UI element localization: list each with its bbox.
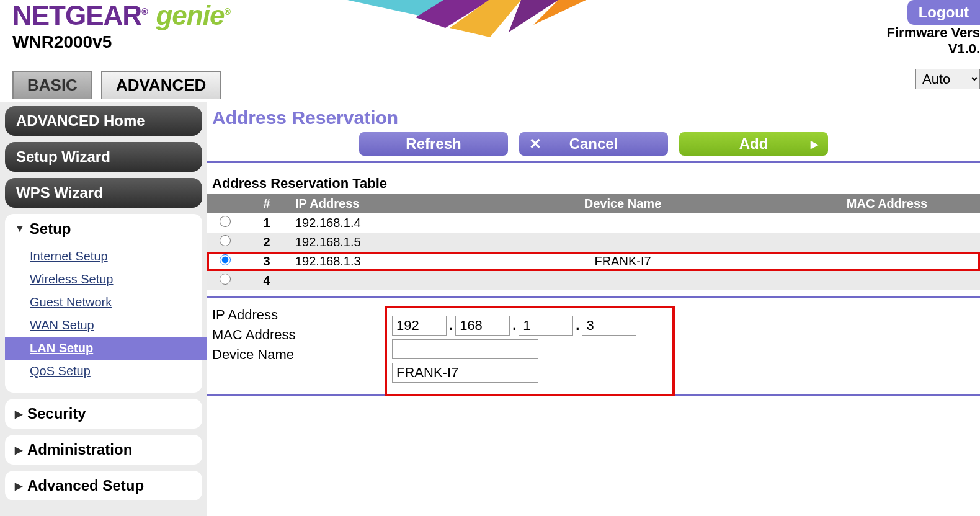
row-radio[interactable]	[220, 254, 231, 265]
sidebar-item-setup-wizard[interactable]: Setup Wizard	[5, 142, 202, 172]
sidebar-item-label: Administration	[27, 441, 132, 458]
sidebar-item-wireless-setup[interactable]: Wireless Setup	[5, 268, 202, 291]
firmware-info: Firmware Vers V1.0.	[887, 25, 980, 57]
mac-input[interactable]	[392, 339, 538, 359]
logout-button[interactable]: Logout	[907, 0, 980, 25]
add-label: Add	[739, 135, 768, 153]
play-icon: ▶	[811, 138, 818, 150]
row-device	[452, 233, 794, 252]
close-icon: ✕	[529, 135, 541, 153]
header: NETGEAR® genie® WNR2000v5 Logout Firmwar…	[0, 0, 980, 68]
chevron-right-icon: ▶	[15, 444, 22, 456]
col-num: #	[243, 194, 290, 213]
sidebar-section-head-setup[interactable]: ▼ Setup	[5, 220, 202, 241]
form-area: . . .	[387, 308, 672, 394]
form-labels: IP Address MAC Address Device Name	[207, 307, 393, 367]
cancel-button[interactable]: ✕ Cancel	[519, 132, 668, 156]
genie-logo: genie®	[156, 0, 229, 31]
device-name-input[interactable]	[392, 363, 538, 383]
sidebar-item-label: Security	[27, 405, 86, 422]
col-mac: MAC Address	[794, 194, 980, 213]
chevron-right-icon: ▶	[15, 480, 22, 492]
ip-fields: . . .	[392, 316, 636, 336]
body-area: ADVANCED Home Setup Wizard WPS Wizard ▼ …	[0, 102, 980, 516]
col-device: Device Name	[452, 194, 794, 213]
action-bar: Refresh ✕ Cancel Add ▶	[207, 132, 980, 161]
refresh-button[interactable]: Refresh	[359, 132, 508, 156]
sidebar: ADVANCED Home Setup Wizard WPS Wizard ▼ …	[0, 102, 207, 516]
ip-octet-3[interactable]	[519, 316, 573, 336]
divider	[207, 161, 980, 163]
row-ip: 192.168.1.4	[290, 213, 452, 233]
chevron-down-icon: ▼	[15, 223, 25, 234]
row-radio[interactable]	[220, 235, 231, 246]
netgear-logo: NETGEAR®	[12, 0, 147, 31]
table-row[interactable]: 1192.168.1.4	[207, 213, 980, 233]
language-select[interactable]: Auto	[915, 69, 980, 89]
sidebar-sublinks: Internet Setup Wireless Setup Guest Netw…	[5, 241, 202, 386]
row-num: 2	[243, 233, 290, 252]
ip-octet-2[interactable]	[455, 316, 510, 336]
cancel-label: Cancel	[569, 135, 618, 153]
tab-advanced[interactable]: ADVANCED	[101, 71, 221, 99]
main-content: Address Reservation Refresh ✕ Cancel Add…	[207, 102, 980, 516]
sidebar-item-qos-setup[interactable]: QoS Setup	[5, 360, 202, 383]
row-device	[452, 213, 794, 233]
firmware-label: Firmware Vers	[887, 25, 980, 41]
ip-octet-1[interactable]	[392, 316, 447, 336]
tab-basic[interactable]: BASIC	[12, 71, 92, 99]
sidebar-section-label: Setup	[30, 220, 71, 238]
sidebar-item-advanced-setup[interactable]: ▶ Advanced Setup	[5, 471, 202, 500]
row-ip: 192.168.1.3	[290, 252, 452, 271]
col-ip: IP Address	[290, 194, 452, 213]
table-row[interactable]: 3192.168.1.3FRANK-I7	[207, 252, 980, 271]
top-tabs: BASIC ADVANCED	[0, 71, 980, 99]
sidebar-item-administration[interactable]: ▶ Administration	[5, 435, 202, 465]
reservation-table: # IP Address Device Name MAC Address 119…	[207, 194, 980, 290]
row-mac	[794, 233, 980, 252]
table-title: Address Reservation Table	[207, 176, 980, 192]
sidebar-item-guest-network[interactable]: Guest Network	[5, 291, 202, 314]
page-title: Address Reservation	[207, 107, 980, 128]
language-select-wrap: Auto	[915, 69, 980, 89]
sidebar-item-wps-wizard[interactable]: WPS Wizard	[5, 178, 202, 208]
sidebar-item-adv-home[interactable]: ADVANCED Home	[5, 106, 202, 136]
chevron-right-icon: ▶	[15, 408, 22, 420]
row-mac	[794, 252, 980, 271]
row-ip: 192.168.1.5	[290, 233, 452, 252]
row-mac	[794, 271, 980, 290]
accent-graphic	[347, 0, 595, 50]
sidebar-section-setup: ▼ Setup Internet Setup Wireless Setup Gu…	[5, 214, 202, 393]
device-name-label: Device Name	[207, 347, 393, 363]
row-radio[interactable]	[220, 274, 231, 285]
table-row[interactable]: 4	[207, 271, 980, 290]
add-button[interactable]: Add ▶	[679, 132, 828, 156]
firmware-version: V1.0.	[887, 41, 980, 57]
row-device	[452, 271, 794, 290]
sidebar-item-lan-setup[interactable]: LAN Setup	[5, 337, 207, 360]
row-ip	[290, 271, 452, 290]
table-row[interactable]: 2192.168.1.5	[207, 233, 980, 252]
row-num: 3	[243, 252, 290, 271]
row-mac	[794, 213, 980, 233]
sidebar-item-internet-setup[interactable]: Internet Setup	[5, 245, 202, 268]
row-device: FRANK-I7	[452, 252, 794, 271]
sidebar-item-label: Advanced Setup	[27, 477, 144, 494]
row-num: 1	[243, 213, 290, 233]
sidebar-item-wan-setup[interactable]: WAN Setup	[5, 314, 202, 337]
row-num: 4	[243, 271, 290, 290]
divider	[207, 394, 980, 396]
row-radio[interactable]	[220, 216, 231, 227]
sidebar-item-security[interactable]: ▶ Security	[5, 399, 202, 429]
mac-label: MAC Address	[207, 327, 393, 343]
ip-octet-4[interactable]	[582, 316, 636, 336]
ip-label: IP Address	[207, 307, 393, 323]
divider	[207, 296, 980, 298]
